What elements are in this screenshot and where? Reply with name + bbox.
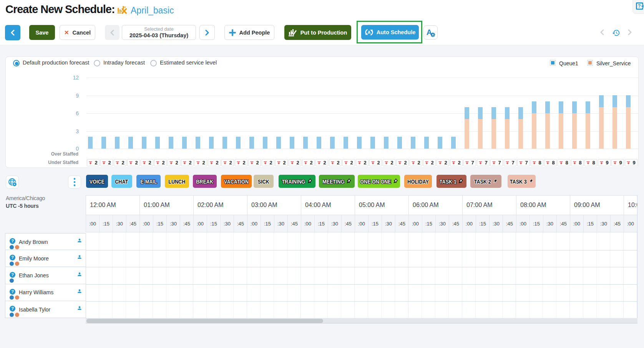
svg-text:A: A <box>426 28 432 36</box>
svg-text:A: A <box>367 30 370 35</box>
svg-text:?: ? <box>638 3 641 9</box>
